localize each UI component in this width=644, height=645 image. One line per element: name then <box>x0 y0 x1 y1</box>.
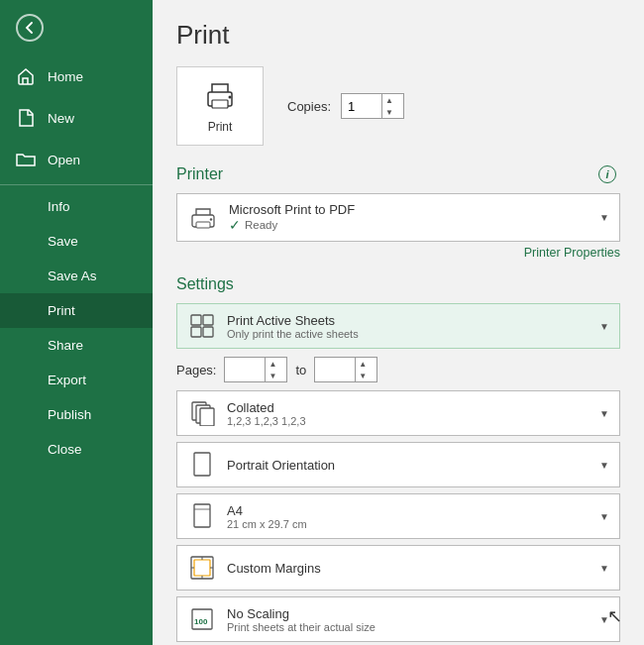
printer-device-icon <box>187 204 219 232</box>
pages-from-input[interactable] <box>225 361 265 379</box>
svg-rect-6 <box>191 315 201 325</box>
settings-section-header: Settings <box>176 275 620 293</box>
setting-a4[interactable]: A4 21 cm x 29.7 cm ▼ <box>176 493 620 539</box>
svg-rect-9 <box>203 327 213 337</box>
sidebar-item-info-label: Info <box>48 199 70 214</box>
pages-from-input-box[interactable]: ▲ ▼ <box>224 357 287 382</box>
portrait-title: Portrait Orientation <box>227 458 590 473</box>
sidebar-item-print[interactable]: Print <box>0 293 153 328</box>
collated-subtitle: 1,2,3 1,2,3 1,2,3 <box>227 415 590 427</box>
custom-margins-arrow: ▼ <box>599 563 609 574</box>
custom-margins-title: Custom Margins <box>227 561 590 576</box>
printer-section-header: Printer <box>176 165 620 183</box>
main-content: Print Print Copies: ▲ ▼ Printer <box>153 0 644 645</box>
no-scaling-text: No Scaling Print sheets at their actual … <box>227 606 590 633</box>
collated-title: Collated <box>227 400 590 415</box>
sidebar-item-export[interactable]: Export <box>0 363 153 397</box>
no-scaling-arrow: ▼ <box>599 614 609 625</box>
pages-to-input-box[interactable]: ▲ ▼ <box>314 357 377 382</box>
print-action-area: Print Copies: ▲ ▼ <box>176 66 620 146</box>
pages-to-down[interactable]: ▼ <box>356 370 370 381</box>
new-icon <box>16 108 36 128</box>
sidebar-item-publish[interactable]: Publish <box>0 397 153 432</box>
printer-dropdown[interactable]: Microsoft Print to PDF ✓ Ready ▼ <box>176 193 620 242</box>
setting-portrait[interactable]: Portrait Orientation ▼ <box>176 442 620 487</box>
custom-margins-icon <box>187 553 217 583</box>
printer-dropdown-arrow: ▼ <box>599 212 609 223</box>
sidebar-item-save[interactable]: Save <box>0 224 153 259</box>
sidebar-item-publish-label: Publish <box>48 407 91 422</box>
printer-info-icon[interactable]: i <box>598 165 616 183</box>
print-button-label: Print <box>208 120 233 134</box>
sidebar-item-share[interactable]: Share <box>0 328 153 363</box>
setting-no-scaling[interactable]: 100 No Scaling Print sheets at their act… <box>176 596 620 642</box>
pages-to-input[interactable] <box>315 361 355 379</box>
copies-arrows: ▲ ▼ <box>381 94 396 118</box>
svg-rect-4 <box>196 222 210 228</box>
pages-from-arrows: ▲ ▼ <box>265 358 279 381</box>
page-title: Print <box>176 20 620 51</box>
copies-up-arrow[interactable]: ▲ <box>382 94 396 106</box>
portrait-icon <box>187 450 217 480</box>
a4-subtitle: 21 cm x 29.7 cm <box>227 518 590 530</box>
copies-spinner[interactable]: ▲ ▼ <box>341 93 404 119</box>
no-scaling-subtitle: Print sheets at their actual size <box>227 621 590 633</box>
copies-input[interactable] <box>342 97 381 116</box>
home-icon <box>16 66 36 86</box>
print-button[interactable]: Print <box>176 66 264 146</box>
pages-from-down[interactable]: ▼ <box>266 370 279 381</box>
sidebar-item-new[interactable]: New <box>0 97 153 139</box>
copies-label: Copies: <box>287 99 331 114</box>
svg-point-2 <box>229 96 232 99</box>
active-sheets-icon <box>187 311 217 341</box>
no-scaling-title: No Scaling <box>227 606 590 621</box>
pages-to-up[interactable]: ▲ <box>356 358 370 370</box>
printer-properties-link[interactable]: Printer Properties <box>176 246 620 260</box>
setting-active-sheets[interactable]: Print Active Sheets Only print the activ… <box>176 303 620 349</box>
pages-to-label: to <box>295 363 306 377</box>
portrait-arrow: ▼ <box>599 460 609 471</box>
custom-margins-text: Custom Margins <box>227 561 590 576</box>
a4-icon <box>187 501 217 531</box>
status-check-icon: ✓ <box>229 217 241 233</box>
svg-rect-13 <box>194 453 210 476</box>
svg-rect-12 <box>200 408 214 426</box>
svg-rect-8 <box>191 327 201 337</box>
pages-to-arrows: ▲ ▼ <box>355 358 370 381</box>
collated-text: Collated 1,2,3 1,2,3 1,2,3 <box>227 400 590 427</box>
printer-status: ✓ Ready <box>229 217 590 233</box>
open-icon <box>16 150 36 169</box>
pages-row: Pages: ▲ ▼ to ▲ ▼ <box>176 355 620 384</box>
sidebar-item-close-label: Close <box>48 442 82 457</box>
a4-arrow: ▼ <box>599 511 609 522</box>
setting-collated[interactable]: Collated 1,2,3 1,2,3 1,2,3 ▼ <box>176 390 620 436</box>
portrait-text: Portrait Orientation <box>227 458 590 473</box>
printer-name: Microsoft Print to PDF <box>229 202 590 217</box>
setting-custom-margins[interactable]: Custom Margins ▼ <box>176 545 620 591</box>
sidebar-item-open-label: Open <box>48 153 80 167</box>
svg-rect-1 <box>212 100 228 108</box>
back-button[interactable] <box>0 0 153 55</box>
svg-rect-7 <box>203 315 213 325</box>
pages-label: Pages: <box>176 363 216 377</box>
active-sheets-text: Print Active Sheets Only print the activ… <box>227 313 590 340</box>
no-scaling-icon: 100 <box>187 604 217 634</box>
sidebar: Home New Open Info Save Save As Print Sh… <box>0 0 153 645</box>
sidebar-item-new-label: New <box>48 111 74 126</box>
sidebar-item-save-label: Save <box>48 234 78 249</box>
active-sheets-arrow: ▼ <box>599 321 609 332</box>
sidebar-item-home[interactable]: Home <box>0 55 153 97</box>
copies-control: Copies: ▲ ▼ <box>287 93 404 119</box>
active-sheets-subtitle: Only print the active sheets <box>227 328 590 340</box>
sidebar-item-share-label: Share <box>48 338 83 353</box>
a4-text: A4 21 cm x 29.7 cm <box>227 503 590 530</box>
settings-section: Settings Print Active Sheets Only print … <box>176 275 620 645</box>
sidebar-item-save-as[interactable]: Save As <box>0 259 153 293</box>
sidebar-item-close[interactable]: Close <box>0 432 153 467</box>
sidebar-item-open[interactable]: Open <box>0 139 153 180</box>
svg-rect-14 <box>194 504 210 527</box>
svg-point-5 <box>210 218 212 220</box>
sidebar-item-info[interactable]: Info <box>0 189 153 224</box>
pages-from-up[interactable]: ▲ <box>266 358 279 370</box>
copies-down-arrow[interactable]: ▼ <box>382 106 396 118</box>
